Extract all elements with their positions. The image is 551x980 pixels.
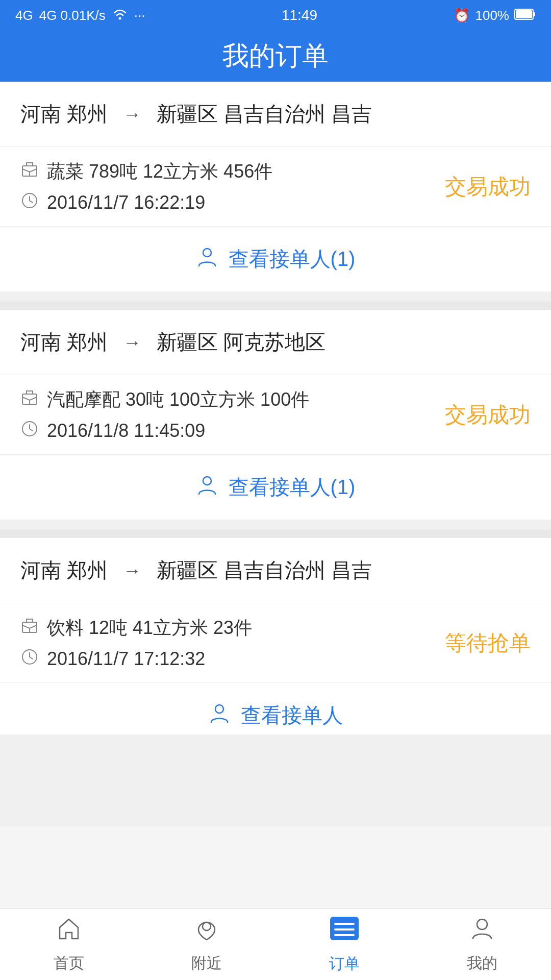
order-route-1: 河南 郑州 → 新疆区 昌吉自治州 昌吉 — [0, 82, 551, 147]
nav-item-nearby[interactable]: 附近 — [138, 915, 276, 974]
bottom-navigation: 首页 附近 订单 我的 — [0, 909, 551, 980]
order-info-1: 蔬菜 789吨 12立方米 456件 2016/11/7 16:22:19 交易… — [0, 147, 551, 227]
home-icon — [56, 915, 82, 948]
orders-icon — [328, 915, 361, 948]
from-location-1: 河南 郑州 — [20, 100, 108, 128]
acceptor-label-1: 查看接单人(1) — [229, 245, 356, 273]
time-display: 11:49 — [282, 7, 317, 23]
person-icon-1 — [196, 246, 218, 273]
speed-text: 4G 0.01K/s — [39, 8, 106, 23]
view-acceptor-btn-2[interactable]: 查看接单人(1) — [0, 455, 551, 520]
from-location-2: 河南 郑州 — [20, 328, 108, 356]
goods-text-2: 汽配摩配 30吨 100立方米 100件 — [47, 387, 309, 412]
status-left: 4G 4G 0.01K/s ··· — [15, 7, 145, 24]
page-header: 我的订单 — [0, 31, 551, 82]
order-info-3: 饮料 12吨 41立方米 23件 2016/11/7 17:12:32 等待抢单 — [0, 603, 551, 683]
clock-icon-1 — [20, 191, 39, 214]
order-info-row-3: 饮料 12吨 41立方米 23件 2016/11/7 17:12:32 等待抢单 — [0, 603, 551, 682]
box-icon-2 — [20, 389, 39, 411]
clock-icon-2 — [20, 420, 39, 442]
nearby-label: 附近 — [191, 953, 222, 974]
datetime-text-2: 2016/11/8 11:45:09 — [47, 420, 205, 442]
status-bar: 4G 4G 0.01K/s ··· 11:49 ⏰ 100% — [0, 0, 551, 31]
goods-line-2: 汽配摩配 30吨 100立方米 100件 — [20, 387, 435, 412]
datetime-text-1: 2016/11/7 16:22:19 — [47, 192, 205, 213]
view-acceptor-btn-1[interactable]: 查看接单人(1) — [0, 227, 551, 291]
svg-point-13 — [203, 922, 211, 930]
goods-text-1: 蔬菜 789吨 12立方米 456件 — [47, 159, 272, 184]
order-card-3: 河南 郑州 → 新疆区 昌吉自治州 昌吉 — [0, 538, 551, 734]
order-card-2: 河南 郑州 → 新疆区 阿克苏地区 — [0, 310, 551, 520]
route-arrow-1: → — [123, 104, 141, 125]
order-card-1: 河南 郑州 → 新疆区 昌吉自治州 昌吉 — [0, 82, 551, 291]
goods-text-3: 饮料 12吨 41立方米 23件 — [47, 616, 252, 641]
svg-rect-3 — [516, 10, 532, 18]
separator-2 — [0, 530, 551, 538]
nav-item-profile[interactable]: 我的 — [413, 915, 551, 974]
goods-line-1: 蔬菜 789吨 12立方米 456件 — [20, 159, 435, 184]
clock-icon-3 — [20, 648, 39, 670]
order-info-2: 汽配摩配 30吨 100立方米 100件 2016/11/8 11:45:09 … — [0, 375, 551, 455]
order-status-1: 交易成功 — [445, 173, 531, 201]
person-icon-3 — [208, 702, 231, 729]
svg-point-18 — [477, 919, 487, 929]
order-route-3: 河南 郑州 → 新疆区 昌吉自治州 昌吉 — [0, 538, 551, 603]
datetime-text-3: 2016/11/7 17:12:32 — [47, 648, 205, 670]
to-location-2: 新疆区 阿克苏地区 — [157, 328, 325, 356]
from-location-3: 河南 郑州 — [20, 556, 108, 584]
order-info-row-1: 蔬菜 789吨 12立方米 456件 2016/11/7 16:22:19 交易… — [0, 147, 551, 226]
time-line-2: 2016/11/8 11:45:09 — [20, 420, 435, 442]
svg-point-0 — [118, 17, 121, 19]
order-details-3: 饮料 12吨 41立方米 23件 2016/11/7 17:12:32 — [20, 603, 435, 682]
time-line-1: 2016/11/7 16:22:19 — [20, 191, 435, 214]
profile-label: 我的 — [467, 953, 497, 974]
more-icon: ··· — [134, 8, 145, 23]
goods-line-3: 饮料 12吨 41立方米 23件 — [20, 616, 435, 641]
orders-label: 订单 — [329, 953, 360, 974]
signal-icon: 4G — [15, 8, 33, 23]
svg-point-9 — [203, 477, 211, 485]
svg-point-12 — [215, 705, 223, 713]
nearby-icon — [193, 915, 220, 948]
nav-item-orders[interactable]: 订单 — [276, 915, 413, 974]
view-acceptor-btn-3[interactable]: 查看接单人 — [0, 683, 551, 734]
acceptor-label-2: 查看接单人(1) — [229, 473, 356, 501]
status-right: ⏰ 100% — [454, 8, 536, 23]
to-location-3: 新疆区 昌吉自治州 昌吉 — [157, 556, 372, 584]
order-status-2: 交易成功 — [445, 401, 531, 429]
svg-rect-2 — [533, 12, 535, 16]
page-title: 我的订单 — [222, 38, 329, 74]
alarm-icon: ⏰ — [454, 8, 470, 23]
svg-point-6 — [203, 249, 211, 257]
route-arrow-2: → — [123, 332, 141, 353]
to-location-1: 新疆区 昌吉自治州 昌吉 — [157, 100, 372, 128]
profile-icon — [469, 915, 495, 948]
order-info-row-2: 汽配摩配 30吨 100立方米 100件 2016/11/8 11:45:09 … — [0, 375, 551, 454]
separator-1 — [0, 302, 551, 310]
time-line-3: 2016/11/7 17:12:32 — [20, 648, 435, 670]
route-arrow-3: → — [123, 560, 141, 581]
order-route-2: 河南 郑州 → 新疆区 阿克苏地区 — [0, 310, 551, 375]
battery-text: 100% — [475, 8, 509, 23]
order-details-1: 蔬菜 789吨 12立方米 456件 2016/11/7 16:22:19 — [20, 147, 435, 226]
box-icon-1 — [20, 161, 39, 183]
home-label: 首页 — [54, 953, 84, 974]
person-icon-2 — [196, 474, 218, 501]
box-icon-3 — [20, 617, 39, 640]
orders-list: 河南 郑州 → 新疆区 昌吉自治州 昌吉 — [0, 82, 551, 826]
acceptor-label-3: 查看接单人 — [241, 701, 343, 729]
order-details-2: 汽配摩配 30吨 100立方米 100件 2016/11/8 11:45:09 — [20, 375, 435, 454]
wifi-icon — [112, 7, 128, 24]
battery-icon — [514, 8, 536, 23]
nav-item-home[interactable]: 首页 — [0, 915, 138, 974]
order-status-3: 等待抢单 — [445, 629, 531, 657]
